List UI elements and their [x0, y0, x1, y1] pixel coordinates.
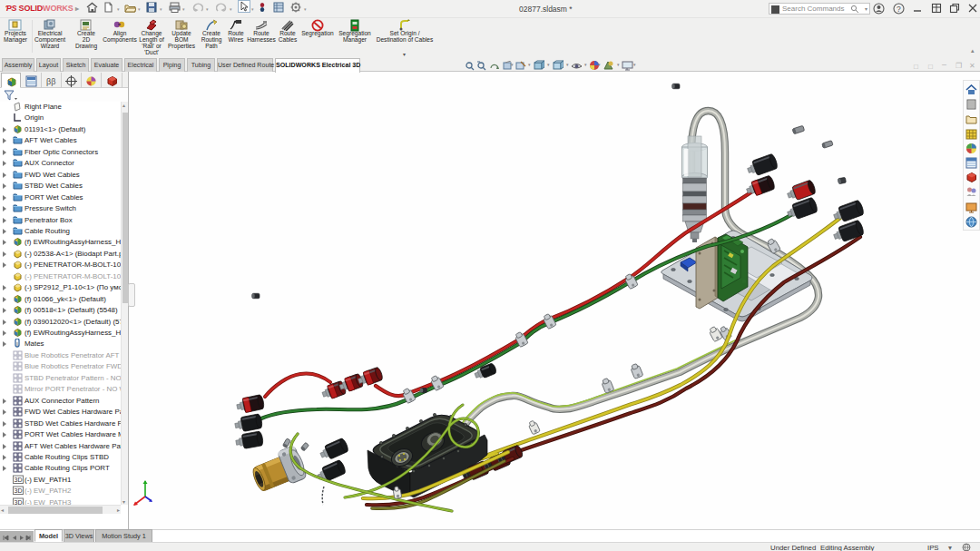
svg-text:ββ: ββ [46, 77, 55, 86]
svg-text:3D: 3D [15, 477, 23, 483]
svg-text:3D: 3D [15, 487, 23, 494]
svg-text:?: ? [897, 5, 901, 14]
